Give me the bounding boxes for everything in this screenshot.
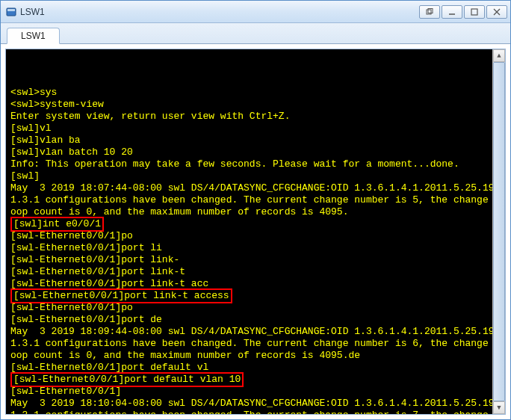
terminal-line: [swl]vl [10,123,502,135]
terminal-container: <swl>sys<swl>system-viewEnter system vie… [1,44,510,419]
terminal-line: May 3 2019 18:10:04-08:00 swl DS/4/DATAS… [10,398,502,415]
terminal-line: [swl-Ethernet0/0/1]port default vlan 10 [10,374,502,386]
terminal-line: [swl-Ethernet0/0/1] [10,386,502,398]
svg-rect-1 [7,9,15,11]
terminal-line: May 3 2019 18:07:44-08:00 swl DS/4/DATAS… [10,182,502,218]
terminal-line: [swl]vlan batch 10 20 [10,146,502,158]
scroll-up-button[interactable]: ▲ [493,49,505,62]
window-title: LSW1 [20,7,45,17]
minimize-button[interactable] [442,5,462,19]
terminal-line: [swl-Ethernet0/0/1]port li [10,242,502,254]
scrollbar[interactable]: ▲ ▼ [492,49,505,414]
scroll-down-button[interactable]: ▼ [493,401,505,414]
tab-lsw1[interactable]: LSW1 [7,28,60,44]
terminal-line: May 3 2019 18:09:44-08:00 swl DS/4/DATAS… [10,326,502,362]
scroll-thumb[interactable] [493,62,505,401]
terminal-line: [swl-Ethernet0/0/1]port link- [10,254,502,266]
terminal-line: [swl]vlan ba [10,135,502,146]
terminal-line: [swl-Ethernet0/0/1]po [10,302,502,314]
terminal[interactable]: <swl>sys<swl>system-viewEnter system vie… [5,49,506,415]
terminal-line: [swl-Ethernet0/0/1]po [10,230,502,242]
tab-bar: LSW1 [1,23,510,44]
highlight-box: [swl-Ethernet0/0/1]port default vlan 10 [10,372,244,387]
terminal-line: [swl-Ethernet0/0/1]port link-t [10,266,502,278]
svg-rect-5 [471,9,477,15]
highlight-box: [swl]int e0/0/1 [10,217,104,232]
svg-rect-2 [427,10,431,14]
terminal-line: <swl>system-view [10,99,502,111]
close-button[interactable] [486,5,507,19]
terminal-line: [swl-Ethernet0/0/1]port de [10,314,502,326]
window-buttons [419,5,507,19]
svg-rect-3 [428,8,433,13]
terminal-line: [swl-Ethernet0/0/1]port link-t access [10,290,502,302]
app-window: LSW1 LSW1 <swl>sys<swl>system-viewEnter … [0,0,511,420]
terminal-line: [swl] [10,170,502,182]
tab-label: LSW1 [21,31,46,41]
terminal-line: Enter system view, return user view with… [10,111,502,123]
terminal-line: [swl]int e0/0/1 [10,218,502,230]
restore-extra-button[interactable] [419,5,440,19]
terminal-line: <swl>sys [10,87,502,99]
maximize-button[interactable] [464,5,485,19]
titlebar[interactable]: LSW1 [1,1,510,23]
app-icon [5,6,17,18]
highlight-box: [swl-Ethernet0/0/1]port link-t access [10,288,232,303]
terminal-line: Info: This operation may take a few seco… [10,158,502,170]
